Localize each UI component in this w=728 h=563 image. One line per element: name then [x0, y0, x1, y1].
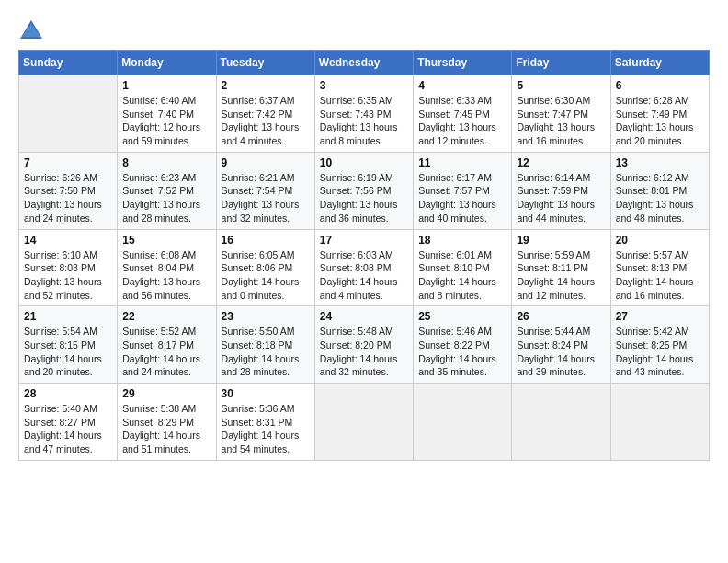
calendar-cell: 20Sunrise: 5:57 AMSunset: 8:13 PMDayligh… [610, 229, 709, 306]
calendar-cell [414, 384, 512, 461]
day-info: Sunrise: 6:33 AMSunset: 7:45 PMDaylight:… [418, 94, 506, 148]
col-friday: Friday [512, 51, 610, 75]
day-number: 10 [320, 156, 408, 169]
day-number: 16 [222, 234, 310, 247]
day-number: 25 [418, 310, 506, 323]
day-info: Sunrise: 6:10 AMSunset: 8:03 PMDaylight:… [24, 248, 112, 303]
day-number: 1 [122, 79, 210, 92]
calendar-cell: 8Sunrise: 6:23 AMSunset: 7:52 PMDaylight… [118, 152, 216, 229]
logo [18, 18, 48, 44]
calendar-cell: 26Sunrise: 5:44 AMSunset: 8:24 PMDayligh… [512, 306, 610, 384]
calendar-cell: 16Sunrise: 6:05 AMSunset: 8:06 PMDayligh… [216, 229, 314, 306]
day-info: Sunrise: 5:54 AMSunset: 8:15 PMDaylight:… [24, 325, 112, 379]
day-number: 18 [418, 234, 506, 247]
day-info: Sunrise: 5:57 AMSunset: 8:13 PMDaylight:… [616, 248, 704, 303]
calendar-cell: 9Sunrise: 6:21 AMSunset: 7:54 PMDaylight… [216, 152, 314, 229]
day-info: Sunrise: 6:26 AMSunset: 7:50 PMDaylight:… [24, 171, 112, 225]
calendar-cell: 28Sunrise: 5:40 AMSunset: 8:27 PMDayligh… [19, 384, 118, 461]
calendar-cell [19, 75, 118, 153]
day-info: Sunrise: 5:36 AMSunset: 8:31 PMDaylight:… [222, 402, 310, 456]
col-sunday: Sunday [19, 51, 118, 75]
day-info: Sunrise: 5:44 AMSunset: 8:24 PMDaylight:… [517, 325, 605, 379]
day-number: 21 [24, 310, 112, 323]
calendar-cell: 10Sunrise: 6:19 AMSunset: 7:56 PMDayligh… [314, 152, 413, 229]
day-info: Sunrise: 6:08 AMSunset: 8:04 PMDaylight:… [122, 248, 210, 303]
calendar-cell: 19Sunrise: 5:59 AMSunset: 8:11 PMDayligh… [512, 229, 610, 306]
day-info: Sunrise: 6:23 AMSunset: 7:52 PMDaylight:… [122, 171, 210, 225]
calendar-week-2: 7Sunrise: 6:26 AMSunset: 7:50 PMDaylight… [19, 152, 710, 229]
day-number: 13 [616, 156, 704, 169]
calendar-cell [610, 384, 709, 461]
col-tuesday: Tuesday [216, 51, 314, 75]
day-number: 30 [222, 387, 310, 400]
calendar-cell: 18Sunrise: 6:01 AMSunset: 8:10 PMDayligh… [414, 229, 512, 306]
day-number: 7 [24, 156, 112, 169]
col-thursday: Thursday [414, 51, 512, 75]
day-number: 14 [24, 234, 112, 247]
day-number: 22 [122, 310, 210, 323]
col-monday: Monday [118, 51, 216, 75]
calendar-cell: 17Sunrise: 6:03 AMSunset: 8:08 PMDayligh… [314, 229, 413, 306]
calendar-cell: 1Sunrise: 6:40 AMSunset: 7:40 PMDaylight… [118, 75, 216, 153]
day-number: 12 [517, 156, 605, 169]
calendar-cell: 7Sunrise: 6:26 AMSunset: 7:50 PMDaylight… [19, 152, 118, 229]
calendar-cell: 13Sunrise: 6:12 AMSunset: 8:01 PMDayligh… [610, 152, 709, 229]
day-info: Sunrise: 6:01 AMSunset: 8:10 PMDaylight:… [418, 248, 506, 303]
day-info: Sunrise: 6:35 AMSunset: 7:43 PMDaylight:… [320, 94, 408, 148]
calendar-cell: 22Sunrise: 5:52 AMSunset: 8:17 PMDayligh… [118, 306, 216, 384]
day-number: 15 [122, 234, 210, 247]
day-info: Sunrise: 5:38 AMSunset: 8:29 PMDaylight:… [122, 402, 210, 456]
calendar-cell: 2Sunrise: 6:37 AMSunset: 7:42 PMDaylight… [216, 75, 314, 153]
calendar-cell [314, 384, 413, 461]
calendar-cell: 5Sunrise: 6:30 AMSunset: 7:47 PMDaylight… [512, 75, 610, 153]
day-number: 19 [517, 234, 605, 247]
calendar-cell: 3Sunrise: 6:35 AMSunset: 7:43 PMDaylight… [314, 75, 413, 153]
day-number: 23 [222, 310, 310, 323]
day-info: Sunrise: 6:40 AMSunset: 7:40 PMDaylight:… [122, 94, 210, 148]
day-number: 9 [222, 156, 310, 169]
day-info: Sunrise: 6:03 AMSunset: 8:08 PMDaylight:… [320, 248, 408, 303]
calendar-cell: 11Sunrise: 6:17 AMSunset: 7:57 PMDayligh… [414, 152, 512, 229]
day-info: Sunrise: 5:48 AMSunset: 8:20 PMDaylight:… [320, 325, 408, 379]
day-number: 28 [24, 387, 112, 400]
col-saturday: Saturday [610, 51, 709, 75]
day-info: Sunrise: 5:50 AMSunset: 8:18 PMDaylight:… [222, 325, 310, 379]
day-info: Sunrise: 6:12 AMSunset: 8:01 PMDaylight:… [616, 171, 704, 225]
calendar-cell: 23Sunrise: 5:50 AMSunset: 8:18 PMDayligh… [216, 306, 314, 384]
day-info: Sunrise: 5:42 AMSunset: 8:25 PMDaylight:… [616, 325, 704, 379]
day-number: 29 [122, 387, 210, 400]
day-number: 6 [616, 79, 704, 92]
calendar-cell: 6Sunrise: 6:28 AMSunset: 7:49 PMDaylight… [610, 75, 709, 153]
logo-icon [18, 18, 44, 44]
day-number: 8 [122, 156, 210, 169]
svg-marker-1 [22, 24, 40, 37]
day-info: Sunrise: 6:05 AMSunset: 8:06 PMDaylight:… [222, 248, 310, 303]
calendar-cell: 14Sunrise: 6:10 AMSunset: 8:03 PMDayligh… [19, 229, 118, 306]
header-row: Sunday Monday Tuesday Wednesday Thursday… [19, 51, 710, 75]
day-info: Sunrise: 6:30 AMSunset: 7:47 PMDaylight:… [517, 94, 605, 148]
day-number: 17 [320, 234, 408, 247]
day-number: 4 [418, 79, 506, 92]
col-wednesday: Wednesday [314, 51, 413, 75]
day-info: Sunrise: 5:46 AMSunset: 8:22 PMDaylight:… [418, 325, 506, 379]
calendar-week-1: 1Sunrise: 6:40 AMSunset: 7:40 PMDaylight… [19, 75, 710, 153]
calendar-week-3: 14Sunrise: 6:10 AMSunset: 8:03 PMDayligh… [19, 229, 710, 306]
calendar-week-5: 28Sunrise: 5:40 AMSunset: 8:27 PMDayligh… [19, 384, 710, 461]
day-number: 20 [616, 234, 704, 247]
day-info: Sunrise: 6:14 AMSunset: 7:59 PMDaylight:… [517, 171, 605, 225]
calendar-table: Sunday Monday Tuesday Wednesday Thursday… [18, 50, 710, 461]
day-number: 3 [320, 79, 408, 92]
calendar-cell: 12Sunrise: 6:14 AMSunset: 7:59 PMDayligh… [512, 152, 610, 229]
day-info: Sunrise: 6:28 AMSunset: 7:49 PMDaylight:… [616, 94, 704, 148]
day-info: Sunrise: 5:52 AMSunset: 8:17 PMDaylight:… [122, 325, 210, 379]
calendar-cell: 21Sunrise: 5:54 AMSunset: 8:15 PMDayligh… [19, 306, 118, 384]
calendar-cell: 24Sunrise: 5:48 AMSunset: 8:20 PMDayligh… [314, 306, 413, 384]
calendar-body: 1Sunrise: 6:40 AMSunset: 7:40 PMDaylight… [19, 75, 710, 461]
day-info: Sunrise: 5:40 AMSunset: 8:27 PMDaylight:… [24, 402, 112, 456]
calendar-cell [512, 384, 610, 461]
day-number: 11 [418, 156, 506, 169]
calendar-cell: 4Sunrise: 6:33 AMSunset: 7:45 PMDaylight… [414, 75, 512, 153]
calendar-week-4: 21Sunrise: 5:54 AMSunset: 8:15 PMDayligh… [19, 306, 710, 384]
day-info: Sunrise: 5:59 AMSunset: 8:11 PMDaylight:… [517, 248, 605, 303]
page-header [18, 18, 710, 44]
